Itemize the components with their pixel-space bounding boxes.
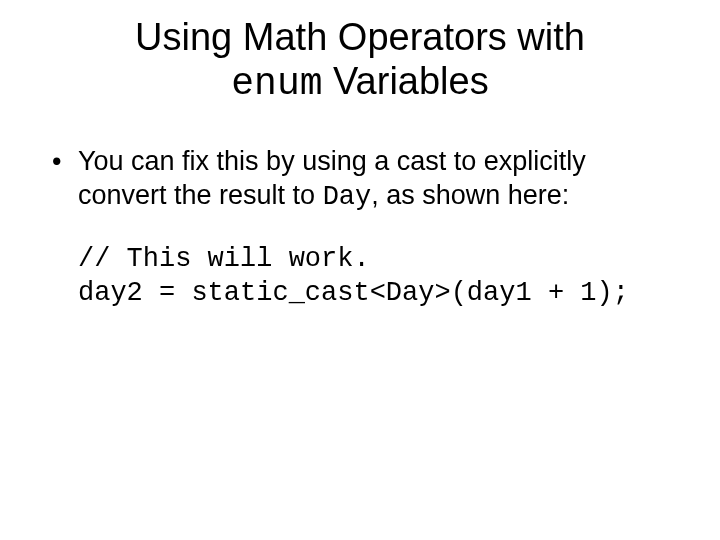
code-line-2: day2 = static_cast<Day>(day1 + 1);	[78, 278, 629, 308]
slide-title: Using Math Operators with enum Variables	[0, 0, 720, 105]
bullet-list: You can fix this by using a cast to expl…	[50, 145, 670, 215]
bullet-item: You can fix this by using a cast to expl…	[50, 145, 670, 215]
code-line-1: // This will work.	[78, 244, 370, 274]
bullet-text-post: , as shown here:	[371, 180, 569, 210]
title-line1: Using Math Operators with	[135, 16, 585, 58]
title-code: enum	[231, 62, 322, 105]
slide-body: You can fix this by using a cast to expl…	[0, 105, 720, 310]
code-block: // This will work. day2 = static_cast<Da…	[50, 243, 670, 311]
bullet-code: Day	[323, 182, 372, 212]
slide: Using Math Operators with enum Variables…	[0, 0, 720, 540]
title-line2-post: Variables	[323, 60, 489, 102]
